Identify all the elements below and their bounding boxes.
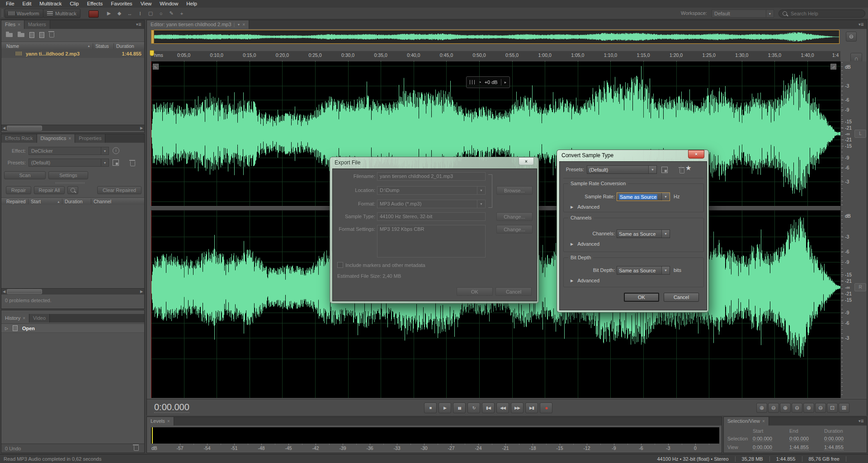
waveform-view-button[interactable]: Waveform <box>5 9 43 18</box>
location-dropdown[interactable]: D:\Dump ▼ <box>377 186 486 195</box>
zoom-to-full-button[interactable]: ⊞ <box>839 403 849 413</box>
menu-clip[interactable]: Clip <box>66 0 83 8</box>
import-file-icon[interactable] <box>18 33 24 37</box>
repair-button[interactable]: Repair <box>6 186 31 194</box>
channel-left-button[interactable]: L <box>854 130 866 138</box>
ok-button[interactable]: OK <box>457 287 493 296</box>
clear-history-icon[interactable] <box>134 446 139 451</box>
pause-button[interactable]: ▮▮ <box>453 402 466 413</box>
menu-help[interactable]: Help <box>182 0 201 8</box>
sample-type-change-button[interactable]: Change... <box>496 212 533 221</box>
format-settings-change-button[interactable]: Change... <box>496 225 533 234</box>
scrollbar-thumb[interactable] <box>7 289 42 294</box>
repairs-list[interactable] <box>1 205 144 288</box>
loop-playback-button[interactable]: ↻ <box>467 402 480 413</box>
diagnostics-hscrollbar[interactable]: ◀ ▶ <box>1 288 144 295</box>
record-button[interactable]: ● <box>540 402 552 413</box>
tab-diagnostics[interactable]: Diagnostics× <box>37 134 75 143</box>
include-markers-checkbox[interactable] <box>337 262 343 268</box>
find-problems-button[interactable] <box>67 186 78 194</box>
format-settings-box[interactable]: MP3 192 Kbps CBR <box>377 225 486 257</box>
scroll-left-icon[interactable]: ◀ <box>1 290 7 294</box>
selection-duration-value[interactable]: 0:00.000 <box>824 436 844 442</box>
channels-advanced-toggle[interactable]: ▶ Advanced <box>571 241 599 247</box>
play-button[interactable]: ▶ <box>439 402 451 413</box>
tab-video[interactable]: Video <box>29 314 50 323</box>
sample-rate-dropdown[interactable]: Same as Source ▼ <box>617 192 670 201</box>
delete-preset-icon[interactable] <box>130 161 135 166</box>
close-icon[interactable]: × <box>23 314 25 323</box>
multitrack-view-button[interactable]: Multitrack <box>43 9 80 18</box>
channel-right-button[interactable]: R <box>854 283 866 291</box>
zoom-to-selection-button[interactable]: ⊡ <box>827 403 838 413</box>
red-marker-button[interactable] <box>89 10 99 18</box>
spot-healing-brush-tool-icon[interactable]: + <box>178 11 186 16</box>
razor-tool-icon[interactable]: ◆ <box>115 10 123 16</box>
view-start-value[interactable]: 0:00.000 <box>753 444 772 450</box>
insert-into-multitrack-icon[interactable] <box>39 32 44 38</box>
trash-icon[interactable] <box>49 33 54 37</box>
panel-splitter[interactable] <box>56 182 85 184</box>
cancel-button[interactable]: Cancel <box>664 293 699 302</box>
search-help-box[interactable] <box>778 9 865 18</box>
menu-edit[interactable]: Edit <box>19 0 36 8</box>
menu-favorites[interactable]: Favorites <box>107 0 136 8</box>
scrollbar-thumb[interactable] <box>7 126 42 131</box>
presets-dropdown[interactable]: (Default) ▼ <box>587 165 657 174</box>
marquee-selection-tool-icon[interactable]: ▢ <box>146 10 155 16</box>
close-icon[interactable]: × <box>519 157 534 165</box>
zoom-in-vertical-button[interactable]: ⊕ <box>803 403 814 413</box>
scroll-left-icon[interactable]: ◀ <box>1 126 7 130</box>
menu-multitrack[interactable]: Multitrack <box>35 0 66 8</box>
scroll-right-icon[interactable]: ▶ <box>139 290 144 294</box>
favorite-star-icon[interactable]: ★ <box>685 164 691 172</box>
new-file-icon[interactable] <box>29 32 34 38</box>
menu-window[interactable]: Window <box>156 0 182 8</box>
close-icon[interactable]: × <box>242 20 245 29</box>
tab-files[interactable]: Files× <box>1 20 24 29</box>
skip-to-start-button[interactable]: ▮◀ <box>482 402 495 413</box>
selection-corner-icon-left[interactable]: ◺ <box>153 64 159 70</box>
search-help-input[interactable] <box>790 10 855 17</box>
close-icon[interactable]: × <box>68 134 71 143</box>
open-file-icon[interactable] <box>6 33 13 37</box>
column-duration[interactable]: Duration <box>113 43 144 49</box>
column-repaired[interactable]: Repaired <box>1 199 28 204</box>
settings-button[interactable]: Settings <box>48 171 88 179</box>
scroll-right-icon[interactable]: ▶ <box>139 126 144 130</box>
export-file-dialog[interactable]: Export File × Filename: yann tiersen chi… <box>330 157 539 304</box>
panel-menu-icon[interactable]: ▾≣ <box>856 20 867 29</box>
repair-all-button[interactable]: Repair All <box>34 186 65 194</box>
column-duration[interactable]: Duration <box>62 199 91 204</box>
presets-dropdown[interactable]: (Default) ▼ <box>28 159 109 167</box>
level-meter[interactable] <box>151 427 719 444</box>
tab-selection-view[interactable]: Selection/View× <box>724 417 769 426</box>
info-icon[interactable]: i <box>113 147 119 154</box>
new-preset-icon[interactable] <box>661 167 668 173</box>
close-icon[interactable]: × <box>18 20 20 29</box>
zoom-out-button[interactable]: ⊖ <box>768 403 779 413</box>
clear-repaired-button[interactable]: Clear Repaired <box>97 186 142 194</box>
workspace-dropdown[interactable]: Default ▼ <box>712 9 774 18</box>
selection-start-value[interactable]: 0:00.000 <box>753 436 772 442</box>
panel-menu-icon[interactable]: ▾≣ <box>856 417 867 426</box>
sample-rate-advanced-toggle[interactable]: ▶ Advanced <box>571 204 599 210</box>
zoom-in-horizontal-button[interactable]: ⊕ <box>780 403 791 413</box>
menu-file[interactable]: File <box>2 0 19 8</box>
scan-button[interactable]: Scan <box>4 171 46 179</box>
column-status[interactable]: Status <box>93 43 113 49</box>
menu-effects[interactable]: Effects <box>83 0 107 8</box>
column-name[interactable]: Name <box>1 43 87 49</box>
paintbrush-tool-icon[interactable]: ✎ <box>167 10 175 16</box>
column-start[interactable]: Start <box>28 199 57 204</box>
view-end-value[interactable]: 1:44.855 <box>789 444 809 450</box>
panel-menu-icon[interactable]: ▾≣ <box>133 20 144 29</box>
time-selection-tool-icon[interactable]: I <box>136 11 144 16</box>
files-hscrollbar[interactable]: ◀ ▶ <box>1 125 144 131</box>
tab-markers[interactable]: Markers <box>24 20 50 29</box>
tab-history[interactable]: History× <box>1 314 29 323</box>
slip-tool-icon[interactable]: ↔ <box>126 11 134 16</box>
bit-dep-dropdown[interactable]: Same as Source ▼ <box>617 266 670 275</box>
channels-dropdown[interactable]: Same as Source ▼ <box>617 229 670 238</box>
delete-preset-icon[interactable] <box>679 168 684 173</box>
